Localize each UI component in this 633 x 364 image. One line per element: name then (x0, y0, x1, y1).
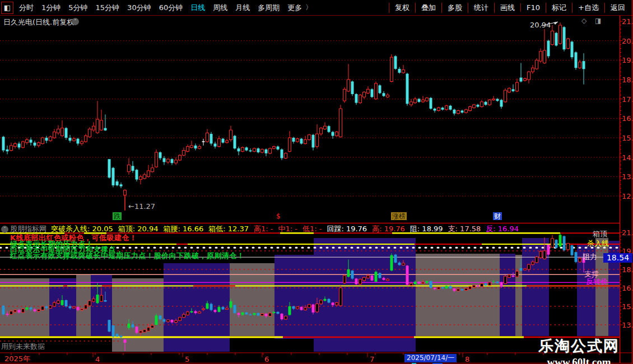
indicator-header: ˅ 股朋指标网 突破杀入线: 20.05箱顶: 20.94箱腰: 16.66箱低… (1, 224, 524, 234)
sub-axis-label: 21.00 (622, 228, 633, 237)
main-axis-label: 12.00 (622, 192, 633, 200)
chart-canvas[interactable] (0, 0, 633, 364)
indicator-field: 阻: 18.99 (410, 224, 443, 234)
line-label-箱顶: 箱顶 (593, 230, 607, 237)
indicator-values: 突破杀入线: 20.05箱顶: 20.94箱腰: 16.66箱低: 12.37高… (51, 224, 524, 234)
main-axis-label: 15.00 (622, 134, 633, 142)
indicator-field: 箱顶: 20.94 (118, 224, 159, 234)
app-window: { "menubar": { "window_icon": "split-pan… (0, 0, 633, 364)
indicator-field: 箱腰: 16.66 (163, 224, 203, 234)
indicator-field: 突破杀入线: 20.05 (51, 224, 113, 234)
main-axis-label: 17.00 (622, 95, 633, 104)
main-axis-label: 13.00 (622, 172, 633, 181)
sub-axis-label: 15.00 (622, 302, 633, 311)
indicator-note: 红点表示有效支撑或突破长中短期压力点！股价向下跌破，原则清仓！ (10, 252, 245, 259)
main-axis-label: 19.00 (622, 56, 633, 64)
future-data-note: 用到未来数据 (1, 343, 45, 350)
indicator-field: 高1: - (254, 224, 273, 234)
line-label-阻力: 阻力 (583, 253, 597, 260)
sub-axis-label: 16.50 (622, 284, 633, 292)
line-label-杀入线: 杀入线 (587, 240, 609, 247)
sub-axis-label: 13.50 (622, 321, 633, 329)
indicator-source: 股朋指标网 (10, 224, 46, 234)
event-badge-跌[interactable]: 跌 (113, 212, 122, 220)
main-axis-label: 21.00 (622, 17, 633, 26)
low-price-annotation: ←11.27 (128, 203, 155, 210)
event-badge-财[interactable]: 财 (493, 212, 502, 220)
month-label-4: 4 (95, 355, 100, 363)
year-label: 2025年 (4, 355, 30, 362)
line-label-反转价: 反转价 (586, 278, 608, 285)
month-label-6: 6 (264, 355, 269, 363)
main-axis-label: 16.00 (622, 114, 633, 123)
indicator-field: 回踩: 19.76 (327, 224, 367, 234)
indicator-field: 反: 16.94 (486, 224, 519, 234)
main-axis-label: 18.00 (622, 76, 633, 84)
watermark-url: www.60lt.com (538, 356, 620, 364)
selected-date-label: 2025/07/14/一 (404, 354, 457, 362)
month-label-7: 7 (370, 355, 374, 363)
current-price-badge: 18.54 (603, 253, 632, 263)
month-label-8: 8 (465, 355, 469, 363)
indicator-field: 中1: - (278, 224, 297, 234)
indicator-field: 高: 19.76 (372, 224, 405, 234)
high-price-annotation: 20.94 (530, 21, 551, 29)
month-label-5: 5 (185, 355, 189, 363)
watermark-site-name: 乐淘公式网 (538, 336, 620, 356)
watermark: 乐淘公式网 www.60lt.com (538, 336, 620, 364)
event-badge-$[interactable]: $ (275, 212, 282, 220)
collapse-chevron-icon[interactable]: ˅ (1, 226, 8, 233)
indicator-field: 箱低: 12.37 (208, 224, 249, 234)
main-axis-label: 14.00 (622, 153, 633, 162)
sub-axis-label: 18.00 (622, 265, 633, 274)
main-axis-label: 20.00 (622, 37, 633, 45)
indicator-field: 低1: - (302, 224, 322, 234)
indicator-field: 支: 17.58 (448, 224, 481, 234)
event-badge-涨榜[interactable]: 涨榜 (391, 212, 407, 220)
